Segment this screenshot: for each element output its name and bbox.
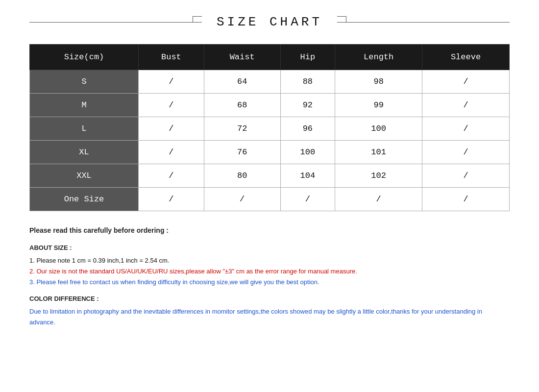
- color-diff-title: COLOR DIFFERENCE :: [29, 294, 510, 304]
- table-header-row: Size(cm) Bust Waist Hip Length Sleeve: [30, 45, 510, 70]
- data-cell: /: [422, 94, 510, 117]
- about-size-line-2: 2. Our size is not the standard US/AU/UK…: [29, 266, 510, 277]
- table-row: One Size/////: [30, 188, 510, 211]
- data-cell: /: [422, 70, 510, 94]
- size-cell: S: [30, 70, 139, 94]
- data-cell: 100: [280, 141, 335, 164]
- about-size-line-1: 1. Please note 1 cm = 0.39 inch,1 inch =…: [29, 255, 510, 266]
- data-cell: /: [204, 188, 280, 211]
- data-cell: 64: [204, 70, 280, 94]
- data-cell: /: [139, 70, 204, 94]
- about-size-line-3: 3. Please feel free to contact us when f…: [29, 277, 510, 288]
- data-cell: /: [139, 141, 204, 164]
- data-cell: 100: [335, 117, 422, 141]
- data-cell: 101: [335, 141, 422, 164]
- col-header-length: Length: [335, 45, 422, 70]
- notes-section: Please read this carefully before orderi…: [29, 225, 510, 328]
- table-row: XL/76100101/: [30, 141, 510, 164]
- data-cell: /: [139, 117, 204, 141]
- data-cell: /: [335, 188, 422, 211]
- col-header-sleeve: Sleeve: [422, 45, 510, 70]
- title-line-left: [29, 22, 202, 23]
- size-chart-table: Size(cm) Bust Waist Hip Length Sleeve S/…: [29, 44, 510, 211]
- data-cell: 88: [280, 70, 335, 94]
- color-diff-text: Due to limitation in photography and the…: [29, 306, 510, 328]
- data-cell: 102: [335, 164, 422, 188]
- data-cell: /: [422, 141, 510, 164]
- size-cell: One Size: [30, 188, 139, 211]
- title-section: SIZE CHART: [29, 15, 510, 29]
- page-title: SIZE CHART: [202, 15, 337, 29]
- data-cell: /: [139, 94, 204, 117]
- table-row: S/648898/: [30, 70, 510, 94]
- data-cell: /: [422, 117, 510, 141]
- size-cell: XXL: [30, 164, 139, 188]
- col-header-size: Size(cm): [30, 45, 139, 70]
- data-cell: /: [280, 188, 335, 211]
- data-cell: 98: [335, 70, 422, 94]
- notes-intro: Please read this carefully before orderi…: [29, 225, 510, 237]
- about-size-title: ABOUT SIZE :: [29, 243, 510, 253]
- data-cell: /: [139, 188, 204, 211]
- data-cell: 96: [280, 117, 335, 141]
- data-cell: /: [422, 164, 510, 188]
- data-cell: 104: [280, 164, 335, 188]
- size-cell: XL: [30, 141, 139, 164]
- size-cell: M: [30, 94, 139, 117]
- data-cell: /: [139, 164, 204, 188]
- title-line-right: [337, 22, 510, 23]
- table-row: M/689299/: [30, 94, 510, 117]
- data-cell: 80: [204, 164, 280, 188]
- table-row: XXL/80104102/: [30, 164, 510, 188]
- data-cell: 76: [204, 141, 280, 164]
- col-header-bust: Bust: [139, 45, 204, 70]
- data-cell: /: [422, 188, 510, 211]
- data-cell: 72: [204, 117, 280, 141]
- table-row: L/7296100/: [30, 117, 510, 141]
- col-header-waist: Waist: [204, 45, 280, 70]
- data-cell: 92: [280, 94, 335, 117]
- size-cell: L: [30, 117, 139, 141]
- col-header-hip: Hip: [280, 45, 335, 70]
- data-cell: 68: [204, 94, 280, 117]
- data-cell: 99: [335, 94, 422, 117]
